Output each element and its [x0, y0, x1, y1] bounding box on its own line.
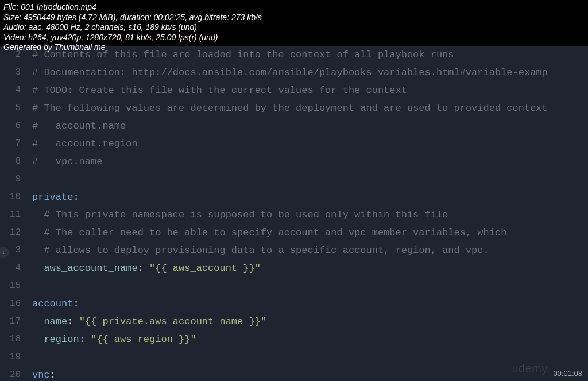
line-number: 20 — [0, 366, 21, 381]
token-str: "{{ aws_region }}" — [91, 334, 196, 345]
token-pn: : — [50, 370, 56, 380]
token-pn: : — [73, 192, 79, 203]
line-number: 17 — [0, 313, 21, 331]
token-pn: : — [73, 298, 79, 309]
code-line[interactable]: # This private namespace is supposed to … — [32, 206, 588, 224]
code-line[interactable] — [32, 170, 588, 188]
token-str: "{{ aws_account }}" — [149, 263, 261, 274]
line-number: 12 — [0, 224, 21, 242]
code-content-area[interactable]: # Contents of this file are loaded into … — [26, 46, 588, 381]
code-line[interactable]: # Documentation: http://docs.ansible.com… — [32, 64, 588, 81]
line-number: 9 — [0, 170, 21, 188]
line-number-gutter: 2345678910111234151617181920 — [0, 46, 26, 381]
line-number: 15 — [0, 277, 21, 295]
video-timestamp: 00:01:08 — [553, 369, 582, 378]
token-cm: # TODO: Create this file with the correc… — [32, 85, 407, 96]
code-line[interactable]: region: "{{ aws_region }}" — [32, 331, 588, 348]
code-line[interactable]: # account.name — [32, 117, 588, 135]
code-line[interactable]: aws_account_name: "{{ aws_account }}" — [32, 259, 588, 277]
size-info-line: Size: 4950449 bytes (4.72 MiB), duration… — [3, 13, 262, 23]
token-ky: name — [44, 316, 67, 327]
token-cm: # account.region — [32, 138, 138, 149]
token-str: "{{ private.aws_account_name }}" — [79, 316, 266, 327]
token-pn: : — [79, 334, 91, 345]
token-pn — [32, 334, 44, 345]
code-line[interactable]: # allows to deploy provisioning data to … — [32, 242, 588, 259]
line-number: 4 — [0, 81, 21, 99]
code-line[interactable]: # vpc.name — [32, 153, 588, 170]
token-cm: # The following values are determined by… — [32, 103, 548, 114]
token-cm: # This private namespace is supposed to … — [32, 209, 448, 220]
video-info-line: Video: h264, yuv420p, 1280x720, 81 kb/s,… — [3, 33, 262, 43]
generator-info-line: Generated by Thumbnail me — [3, 42, 262, 53]
token-cm: # account.name — [32, 120, 126, 131]
line-number: 11 — [0, 206, 21, 224]
token-pn: : — [138, 263, 149, 274]
line-number: 3 — [0, 64, 21, 81]
token-kw: private — [32, 192, 73, 203]
code-line[interactable] — [32, 277, 588, 295]
line-number: 8 — [0, 153, 21, 170]
code-line[interactable]: vnc: — [32, 366, 588, 381]
token-kw: account — [32, 298, 73, 309]
code-line[interactable]: name: "{{ private.aws_account_name }}" — [32, 313, 588, 331]
code-line[interactable]: # The following values are determined by… — [32, 99, 588, 117]
token-pn: : — [67, 316, 79, 327]
line-number: 16 — [0, 295, 21, 313]
line-number: 7 — [0, 135, 21, 153]
brand-watermark: udemy — [512, 362, 548, 375]
line-number: 10 — [0, 188, 21, 206]
token-pn — [32, 263, 44, 274]
token-ky: region — [44, 334, 79, 345]
token-pn — [32, 316, 44, 327]
code-editor[interactable]: ‹ 2345678910111234151617181920 # Content… — [0, 46, 588, 381]
code-line[interactable] — [32, 348, 588, 366]
token-cm: # vpc.name — [32, 156, 102, 167]
token-ky: aws_account_name — [44, 263, 137, 274]
token-cm: # Documentation: http://docs.ansible.com… — [32, 67, 548, 78]
video-metadata-overlay: File: 001 Introduction.mp4 Size: 4950449… — [3, 2, 262, 53]
code-line[interactable]: # TODO: Create this file with the correc… — [32, 81, 588, 99]
line-number: 18 — [0, 331, 21, 348]
token-kw: vnc — [32, 370, 50, 380]
code-line[interactable]: # account.region — [32, 135, 588, 153]
audio-info-line: Audio: aac, 48000 Hz, 2 channels, s16, 1… — [3, 22, 262, 33]
line-number: 5 — [0, 99, 21, 117]
line-number: 19 — [0, 348, 21, 366]
token-cm: # allows to deploy provisioning data to … — [32, 245, 489, 256]
code-line[interactable]: account: — [32, 295, 588, 313]
code-line[interactable]: # The caller need to be able to specify … — [32, 224, 588, 242]
line-number: 6 — [0, 117, 21, 135]
file-info-line: File: 001 Introduction.mp4 — [3, 2, 262, 13]
line-number: 4 — [0, 259, 21, 277]
token-cm: # The caller need to be able to specify … — [32, 227, 506, 238]
code-line[interactable]: private: — [32, 188, 588, 206]
